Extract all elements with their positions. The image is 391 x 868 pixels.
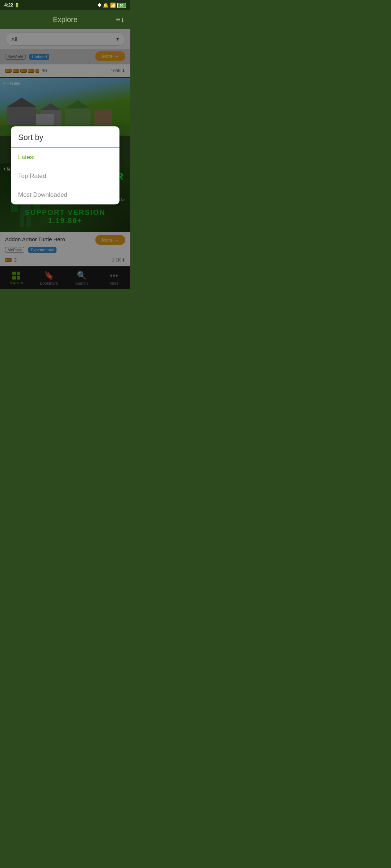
bluetooth-icon: ✱ <box>97 3 101 8</box>
status-left: 4:22 🔋 <box>4 3 20 8</box>
wifi-icon: 📶 <box>110 3 116 8</box>
sort-dialog-title: Sort by <box>11 126 119 148</box>
bell-icon: 🔔 <box>103 3 109 8</box>
sort-option-top-rated[interactable]: Top Rated <box>11 167 119 186</box>
sort-dialog: Sort by Latest Top Rated Most Downloaded <box>11 126 119 204</box>
time: 4:22 <box>4 3 13 8</box>
sort-button[interactable]: ≡↓ <box>116 15 125 24</box>
app-container: 4:22 🔋 ✱ 🔔 📶 56 Explore ≡↓ All ▾ <box>0 0 130 289</box>
battery-icon: 56 <box>117 3 126 8</box>
battery-status-icon: 🔋 <box>14 3 20 8</box>
header: Explore ≡↓ <box>0 10 130 29</box>
sort-option-most-downloaded[interactable]: Most Downloaded <box>11 186 119 204</box>
status-bar: 4:22 🔋 ✱ 🔔 📶 56 <box>0 0 130 10</box>
content-area: All ▾ McWorld Updated More → <box>0 29 130 289</box>
page-title: Explore <box>53 16 77 24</box>
status-right: ✱ 🔔 📶 56 <box>97 3 126 8</box>
sort-option-latest[interactable]: Latest <box>11 148 119 167</box>
